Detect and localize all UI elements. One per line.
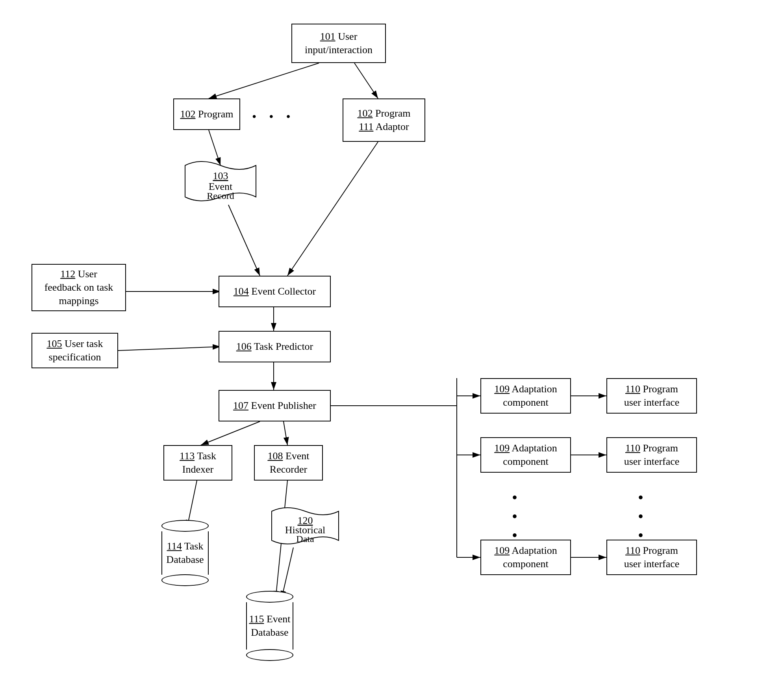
node-112: 112 Userfeedback on taskmappings	[32, 264, 126, 311]
node-108: 108 EventRecorder	[254, 445, 323, 481]
ref-102b: 102	[357, 108, 373, 119]
dots-programs: • • •	[252, 110, 295, 124]
svg-line-3	[354, 63, 378, 98]
node-110b: 110 Programuser interface	[606, 437, 697, 473]
ref-110b: 110	[625, 442, 640, 454]
ref-107: 107	[233, 400, 248, 411]
node-109a: 109 Adaptationcomponent	[480, 378, 571, 414]
ref-115: 115	[249, 613, 264, 625]
node-106: 106 Task Predictor	[219, 331, 331, 362]
ref-102a: 102	[180, 108, 195, 120]
ref-112: 112	[60, 268, 75, 280]
ref-111: 111	[359, 121, 373, 132]
ref-106: 106	[236, 341, 252, 352]
svg-line-12	[284, 421, 287, 445]
node-110c: 110 Programuser interface	[606, 540, 697, 575]
ref-105: 105	[47, 338, 62, 349]
svg-text:103: 103	[213, 170, 228, 182]
node-103-banner: 103 Event Record	[181, 158, 260, 205]
dots-middle-left: •••	[512, 488, 517, 545]
ref-104: 104	[234, 286, 249, 297]
ref-114: 114	[167, 540, 182, 552]
node-105: 105 User taskspecification	[32, 333, 118, 368]
cylinder-body-115: 115 EventDatabase	[246, 602, 293, 650]
svg-line-6	[228, 205, 260, 276]
ref-109b: 109	[494, 442, 510, 454]
ref-109c: 109	[494, 545, 510, 556]
node-115: 115 EventDatabase	[246, 591, 293, 661]
cylinder-body-114: 114 TaskDatabase	[161, 531, 209, 575]
ref-101: 101	[320, 31, 335, 42]
ref-110a: 110	[625, 383, 640, 395]
node-107: 107 Event Publisher	[219, 390, 331, 421]
svg-line-9	[118, 347, 221, 351]
node-102b: 102 Program111 Adaptor	[343, 98, 425, 142]
svg-text:Record: Record	[207, 191, 234, 201]
svg-line-5	[287, 142, 378, 276]
svg-text:Data: Data	[296, 534, 314, 544]
cylinder-top-115	[246, 591, 293, 603]
dots-middle-right: •••	[638, 488, 643, 545]
cylinder-bottom-115	[246, 649, 293, 661]
node-113: 113 TaskIndexer	[163, 445, 232, 481]
cylinder-bottom-114	[161, 574, 209, 586]
node-120-banner: 120 Historical Data	[268, 504, 343, 548]
svg-line-11	[201, 421, 260, 445]
node-110a: 110 Programuser interface	[606, 378, 697, 414]
ref-109a: 109	[494, 383, 510, 395]
ref-108: 108	[267, 450, 283, 462]
node-109c: 109 Adaptationcomponent	[480, 540, 571, 575]
node-109b: 109 Adaptationcomponent	[480, 437, 571, 473]
ref-113: 113	[180, 450, 195, 462]
node-104: 104 Event Collector	[219, 276, 331, 307]
node-114: 114 TaskDatabase	[161, 520, 209, 586]
node-101: 101 Userinput/interaction	[291, 24, 386, 63]
svg-line-2	[209, 63, 319, 98]
diagram: 101 Userinput/interaction 102 Program 10…	[0, 0, 784, 696]
cylinder-top-114	[161, 520, 209, 532]
node-102a: 102 Program	[173, 98, 240, 130]
ref-110c: 110	[625, 545, 640, 556]
